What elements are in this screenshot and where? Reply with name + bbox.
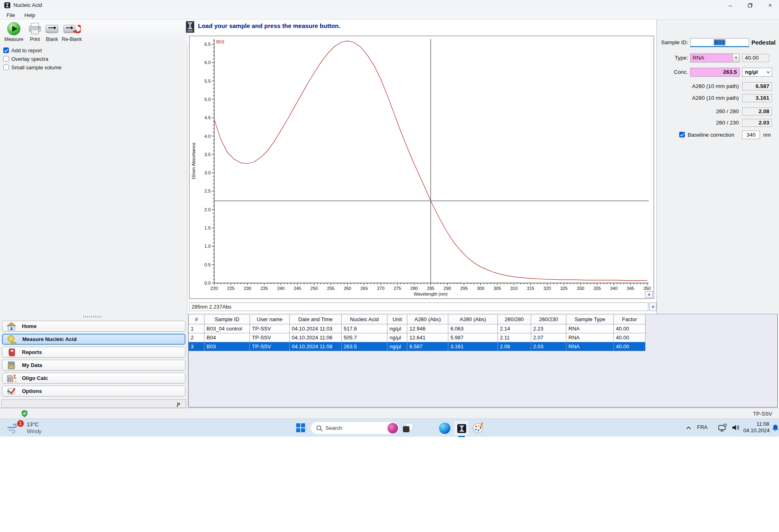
checkbox-unchecked[interactable]: [3, 64, 9, 70]
toolbar-button-measure[interactable]: Measure: [2, 21, 25, 42]
taskbar-app-nucleic-acid[interactable]: [454, 420, 469, 436]
window-title: Nucleic Acid: [13, 2, 42, 8]
conc-value-field[interactable]: 263.5: [690, 68, 740, 77]
sidebar-item-label: Home: [22, 323, 37, 329]
table-cell: TP-SSV: [250, 324, 290, 333]
toolbar-button-blank[interactable]: Blank: [43, 21, 61, 42]
x-tick-label: 280: [410, 286, 417, 291]
x-tick-label: 265: [360, 286, 368, 291]
menu-help[interactable]: Help: [21, 11, 39, 19]
y-tick-label: 3.5: [204, 152, 211, 157]
tape-measure-icon: [7, 335, 17, 344]
table-row[interactable]: 2B04TP-SSV04.10.2024 11:06505.7ng/µl12.6…: [189, 333, 646, 342]
x-tick-label: 235: [260, 286, 268, 291]
close-button[interactable]: ×: [761, 0, 779, 11]
search-input[interactable]: Search: [310, 422, 400, 434]
type-dropdown[interactable]: RNA ▼: [690, 54, 740, 62]
table-header-cell[interactable]: User name: [250, 315, 290, 324]
volume-icon[interactable]: [732, 424, 740, 432]
active-app-indicator: [458, 436, 465, 437]
toolbar-button-reblank[interactable]: Re-Blank: [60, 21, 84, 42]
task-view-button[interactable]: [403, 423, 414, 434]
table-header-cell[interactable]: Date and Time: [290, 315, 342, 324]
minimize-button[interactable]: –: [721, 0, 740, 11]
x-tick-label: 330: [577, 286, 584, 291]
type-value: RNA: [693, 55, 704, 61]
sidebar-item-oligo[interactable]: Oligo Calc: [2, 373, 185, 384]
clock[interactable]: 11:08 04.10.2024: [743, 421, 769, 434]
sidebar-item-options[interactable]: Options: [2, 386, 185, 397]
notification-bell-icon[interactable]: [772, 424, 779, 433]
photometry-value: 2.03: [742, 119, 772, 127]
table-header-cell[interactable]: A260 (Abs): [407, 315, 448, 324]
checkbox-unchecked[interactable]: [3, 56, 9, 62]
readout-expand-button[interactable]: «: [649, 302, 656, 311]
splitter-grip[interactable]: [83, 316, 102, 317]
y-tick-label: 0.5: [204, 262, 211, 267]
toolbar-button-print[interactable]: Print: [26, 21, 44, 42]
calculator-dna-icon: [6, 373, 16, 383]
x-tick-label: 310: [510, 286, 518, 291]
toolbar-button-label: Blank: [43, 36, 61, 42]
sidebar-item-mydata[interactable]: My Data: [2, 360, 185, 371]
photometry-label: 260 / 230: [657, 119, 739, 127]
sidebar-more-button[interactable]: » ▾: [1, 399, 186, 408]
sidebar-item-reports[interactable]: Reports: [2, 347, 185, 358]
y-tick-label: 6.5: [204, 42, 211, 47]
sample-id-input[interactable]: B03: [690, 38, 749, 47]
table-row[interactable]: 1B03_04 controlTP-SSV04.10.2024 11:03517…: [189, 324, 646, 333]
table-cell: 2.11: [498, 333, 531, 342]
baseline-correction-checkbox[interactable]: [679, 132, 685, 137]
hidden-icons-chevron[interactable]: [686, 425, 691, 431]
table-row[interactable]: 3B03TP-SSV04.10.2024 11:08263.5ng/µl6.58…: [189, 342, 646, 351]
notification-badge: 1: [17, 420, 24, 427]
table-header-cell[interactable]: Factor: [614, 315, 646, 324]
reblank-arrow-icon: [63, 21, 81, 36]
menu-file[interactable]: File: [3, 11, 18, 19]
table-cell: 263.5: [342, 342, 387, 351]
sidebar-item-label: Options: [22, 388, 42, 394]
y-tick-label: 0.0: [204, 281, 211, 285]
x-tick-label: 275: [394, 286, 401, 291]
spectrum-chart[interactable]: 2202252302352402452502552602652702752802…: [189, 36, 654, 298]
mode-label: Pedestal: [751, 39, 776, 46]
start-button[interactable]: [296, 423, 306, 433]
sidebar-item-home[interactable]: Home: [2, 321, 185, 332]
conc-unit-dropdown[interactable]: ng/µl: [742, 68, 772, 77]
edge-browser-icon[interactable]: [439, 423, 450, 434]
dropdown-arrow-icon[interactable]: ▼: [732, 54, 739, 62]
table-header-cell[interactable]: #: [189, 315, 204, 324]
cursor-readout-field[interactable]: 285nm 2.237Abs: [189, 302, 648, 311]
y-tick-label: 4.0: [204, 134, 211, 139]
table-cell: TP-SSV: [250, 342, 290, 351]
photometry-value: 6.587: [742, 82, 772, 90]
table-cell: 2.07: [531, 333, 566, 342]
checkbox-checked[interactable]: [3, 47, 9, 53]
language-indicator[interactable]: FRA: [697, 424, 708, 430]
chart-collapse-button[interactable]: «: [645, 291, 653, 298]
restore-button[interactable]: [741, 0, 760, 11]
nucleic-acid-app-icon: [457, 424, 467, 433]
x-tick-label: 225: [227, 286, 235, 291]
sidebar-item-measure[interactable]: Measure Nucleic Acid: [2, 334, 185, 345]
table-header-cell[interactable]: Sample Type: [566, 315, 614, 324]
table-cell: 40.00: [614, 342, 646, 351]
table-cell: 3: [189, 342, 204, 351]
table-header-cell[interactable]: Unit: [387, 315, 407, 324]
instruction-message: Load your sample and press the measure b…: [198, 22, 340, 29]
paint-app-icon[interactable]: [472, 422, 484, 434]
x-tick-label: 220: [211, 286, 218, 291]
table-header-cell[interactable]: Sample ID: [204, 315, 250, 324]
double-chevron-left-icon: «: [648, 292, 650, 297]
table-header-cell[interactable]: A280 (Abs): [448, 315, 498, 324]
weather-widget[interactable]: 1 13°C Windy: [6, 420, 67, 436]
network-icon[interactable]: [718, 424, 727, 433]
table-header-cell[interactable]: 260/280: [498, 315, 531, 324]
table-cell: 2.08: [498, 342, 531, 351]
chevron-down-icon: ▾: [176, 404, 178, 408]
table-header-cell[interactable]: Nucleic Acid: [342, 315, 387, 324]
table-header-cell[interactable]: 260/230: [531, 315, 566, 324]
baseline-wavelength-field[interactable]: 340: [742, 131, 760, 139]
factor-field[interactable]: 40.00: [742, 54, 769, 62]
x-tick-label: 325: [560, 286, 568, 291]
